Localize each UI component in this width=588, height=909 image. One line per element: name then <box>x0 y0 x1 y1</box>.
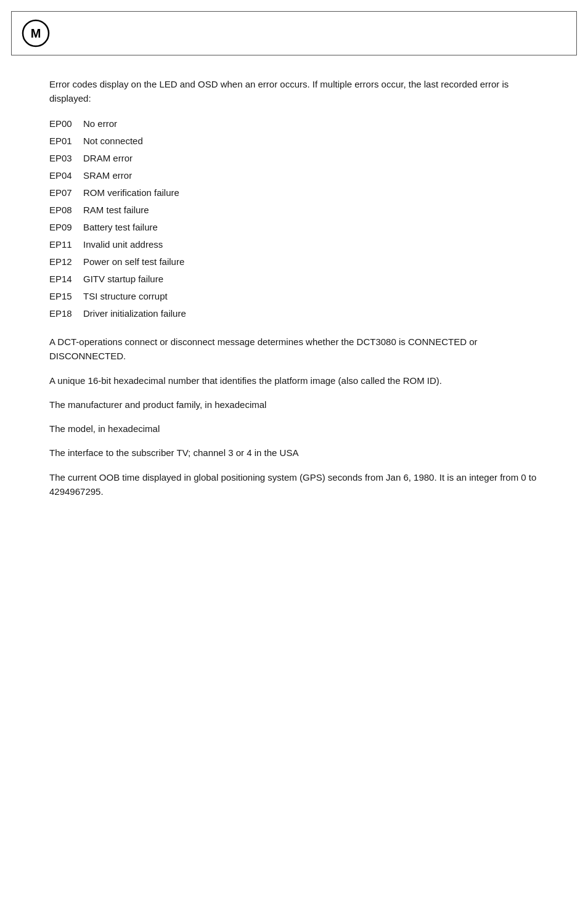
table-row: EP18Driver initialization failure <box>49 306 539 321</box>
svg-text:M: M <box>31 26 41 40</box>
error-code-cell: EP07 <box>49 185 83 200</box>
error-desc-cell: Not connected <box>83 134 143 149</box>
error-code-cell: EP09 <box>49 220 83 235</box>
body-paragraph-5: The current OOB time displayed in global… <box>49 470 539 499</box>
error-desc-cell: RAM test failure <box>83 203 149 218</box>
table-row: EP07ROM verification failure <box>49 185 539 200</box>
error-code-cell: EP01 <box>49 134 83 149</box>
intro-paragraph: Error codes display on the LED and OSD w… <box>49 78 539 105</box>
error-code-cell: EP08 <box>49 203 83 218</box>
error-desc-cell: ROM verification failure <box>83 185 179 200</box>
error-desc-cell: Power on self test failure <box>83 255 184 269</box>
table-row: EP04SRAM error <box>49 168 539 183</box>
table-row: EP03DRAM error <box>49 151 539 166</box>
error-desc-cell: No error <box>83 116 117 131</box>
table-row: EP00No error <box>49 116 539 131</box>
error-code-cell: EP00 <box>49 116 83 131</box>
error-code-cell: EP15 <box>49 289 83 304</box>
table-row: EP12Power on self test failure <box>49 255 539 269</box>
body-paragraph-1: A unique 16-bit hexadecimal number that … <box>49 373 539 388</box>
table-row: EP01Not connected <box>49 134 539 149</box>
error-desc-cell: Invalid unit address <box>83 237 163 252</box>
error-desc-cell: Driver initialization failure <box>83 306 186 321</box>
error-code-cell: EP12 <box>49 255 83 269</box>
error-code-table: EP00No errorEP01Not connectedEP03DRAM er… <box>49 116 539 321</box>
body-paragraph-4: The interface to the subscriber TV; chan… <box>49 446 539 460</box>
error-desc-cell: GITV startup failure <box>83 272 163 287</box>
error-code-cell: EP14 <box>49 272 83 287</box>
table-row: EP09Battery test failure <box>49 220 539 235</box>
motorola-logo-icon: M <box>22 19 50 47</box>
body-paragraphs: A DCT-operations connect or disconnect m… <box>49 335 539 499</box>
error-desc-cell: DRAM error <box>83 151 133 166</box>
error-code-cell: EP18 <box>49 306 83 321</box>
table-row: EP08RAM test failure <box>49 203 539 218</box>
error-desc-cell: TSI structure corrupt <box>83 289 168 304</box>
table-row: EP14GITV startup failure <box>49 272 539 287</box>
page-wrapper: M Error codes display on the LED and OSD… <box>0 11 588 909</box>
table-row: EP11Invalid unit address <box>49 237 539 252</box>
body-paragraph-3: The model, in hexadecimal <box>49 422 539 436</box>
body-paragraph-2: The manufacturer and product family, in … <box>49 397 539 412</box>
error-desc-cell: SRAM error <box>83 168 132 183</box>
error-desc-cell: Battery test failure <box>83 220 158 235</box>
error-code-cell: EP04 <box>49 168 83 183</box>
error-code-cell: EP03 <box>49 151 83 166</box>
header: M <box>11 11 577 55</box>
body-paragraph-0: A DCT-operations connect or disconnect m… <box>49 335 539 364</box>
table-row: EP15TSI structure corrupt <box>49 289 539 304</box>
error-code-cell: EP11 <box>49 237 83 252</box>
main-content: Error codes display on the LED and OSD w… <box>0 55 588 533</box>
